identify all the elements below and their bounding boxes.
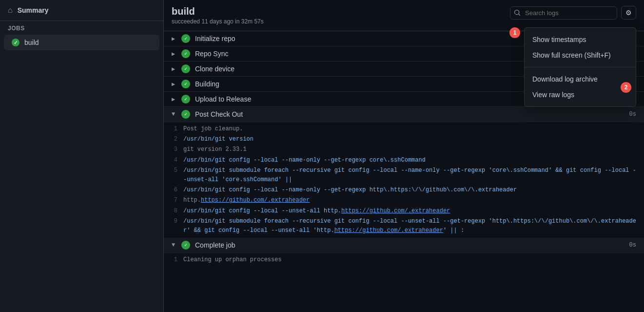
chevron-right-icon: ▶ xyxy=(172,35,177,42)
log-line-content: http.https://github.com/.extraheader xyxy=(183,196,644,205)
step-name-post-check-out: Post Check Out xyxy=(195,110,629,118)
log-line-content: Post job cleanup. xyxy=(183,125,644,134)
build-subtitle: succeeded 11 days ago in 32m 57s xyxy=(172,18,264,25)
log-block-complete-job: 1 Cleaning up orphan processes xyxy=(164,253,644,267)
log-line-content: /usr/bin/git submodule foreach --recursi… xyxy=(183,217,644,235)
chevron-right-icon: ▶ xyxy=(172,81,177,88)
gear-settings-button[interactable]: ⚙ xyxy=(621,6,636,20)
step-name-complete-job: Complete job xyxy=(195,241,629,249)
log-line: 9 /usr/bin/git submodule foreach --recur… xyxy=(164,216,644,236)
main-header: build succeeded 11 days ago in 32m 57s ⚙ xyxy=(164,0,644,31)
gear-icon: ⚙ xyxy=(625,9,632,17)
chevron-down-icon: ▼ xyxy=(172,242,177,249)
dropdown-show-fullscreen[interactable]: Show full screen (Shift+F) xyxy=(525,47,636,63)
log-line-content: /usr/bin/git config --local --name-only … xyxy=(183,186,644,195)
log-line: 2 /usr/bin/git version xyxy=(164,134,644,145)
log-line-content: /usr/bin/git version xyxy=(183,135,644,144)
log-line-number: 1 xyxy=(164,255,183,265)
log-line-number: 3 xyxy=(164,145,183,154)
chevron-right-icon: ▶ xyxy=(172,50,177,58)
log-line-number: 7 xyxy=(164,196,183,205)
step-status-icon xyxy=(181,64,190,73)
sidebar-item-build[interactable]: build xyxy=(4,35,159,50)
sidebar: ⌂ Summary Jobs build xyxy=(0,0,164,312)
step-status-icon xyxy=(181,80,190,88)
header-left: build succeeded 11 days ago in 32m 57s xyxy=(172,6,264,25)
home-icon: ⌂ xyxy=(8,6,13,15)
log-link[interactable]: https://github.com/.extraheader xyxy=(341,208,450,214)
step-status-icon xyxy=(181,110,190,119)
page-title: build xyxy=(172,6,264,17)
dropdown-menu: Show timestamps Show full screen (Shift+… xyxy=(524,27,636,107)
dropdown-section-2: Download log archive View raw logs xyxy=(525,67,636,106)
search-wrapper xyxy=(510,6,617,20)
log-line-content: Cleaning up orphan processes xyxy=(183,255,644,265)
header-right: ⚙ xyxy=(510,6,636,20)
step-post-check-out[interactable]: ▼ Post Check Out 0s xyxy=(164,107,644,122)
log-line-number: 6 xyxy=(164,186,183,195)
search-logs-input[interactable] xyxy=(510,6,617,20)
log-line-content: /usr/bin/git config --local --name-only … xyxy=(183,156,644,165)
log-line-content: git version 2.33.1 xyxy=(183,145,644,154)
jobs-section-label: Jobs xyxy=(0,21,163,34)
step-status-icon xyxy=(181,49,190,58)
log-line: 4 /usr/bin/git config --local --name-onl… xyxy=(164,155,644,166)
log-line-content: /usr/bin/git config --local --unset-all … xyxy=(183,207,644,216)
log-link[interactable]: https://github.com/.extraheader xyxy=(201,197,310,204)
chevron-right-icon: ▶ xyxy=(172,96,177,103)
log-line: 5 /usr/bin/git submodule foreach --recur… xyxy=(164,166,644,185)
chevron-down-icon: ▼ xyxy=(172,111,177,118)
dropdown-show-timestamps[interactable]: Show timestamps xyxy=(525,32,636,47)
log-line: 1 Post job cleanup. xyxy=(164,124,644,134)
summary-label: Summary xyxy=(18,6,49,14)
log-line: 1 Cleaning up orphan processes xyxy=(164,255,644,265)
log-block-post-check-out: 1 Post job cleanup. 2 /usr/bin/git versi… xyxy=(164,122,644,238)
log-link[interactable]: https://github.com/.extraheader xyxy=(334,227,443,234)
log-line: 3 git version 2.33.1 xyxy=(164,145,644,155)
dropdown-download-log[interactable]: Download log archive xyxy=(525,71,636,87)
job-status-icon xyxy=(12,39,20,46)
log-line-number: 8 xyxy=(164,207,183,216)
sidebar-summary[interactable]: ⌂ Summary xyxy=(0,0,163,21)
log-line-number: 4 xyxy=(164,156,183,165)
log-line-number: 9 xyxy=(164,217,183,226)
log-line-number: 5 xyxy=(164,166,183,175)
log-line: 8 /usr/bin/git config --local --unset-al… xyxy=(164,206,644,216)
dropdown-section-1: Show timestamps Show full screen (Shift+… xyxy=(525,28,636,67)
step-complete-job[interactable]: ▼ Complete job 0s xyxy=(164,238,644,253)
log-line-number: 2 xyxy=(164,135,183,144)
log-line: 7 http.https://github.com/.extraheader xyxy=(164,195,644,206)
chevron-right-icon: ▶ xyxy=(172,65,177,73)
step-time-post-check-out: 0s xyxy=(629,111,636,118)
log-line: 6 /usr/bin/git config --local --name-onl… xyxy=(164,185,644,195)
step-status-icon xyxy=(181,34,190,43)
job-item-label: build xyxy=(24,39,39,46)
log-line-content: /usr/bin/git submodule foreach --recursi… xyxy=(183,166,644,185)
step-status-icon xyxy=(181,241,190,250)
log-line-number: 1 xyxy=(164,125,183,134)
dropdown-view-raw-logs[interactable]: View raw logs xyxy=(525,87,636,103)
main-content: build succeeded 11 days ago in 32m 57s ⚙… xyxy=(164,0,644,312)
step-time-complete-job: 0s xyxy=(629,242,636,249)
step-status-icon xyxy=(181,95,190,104)
